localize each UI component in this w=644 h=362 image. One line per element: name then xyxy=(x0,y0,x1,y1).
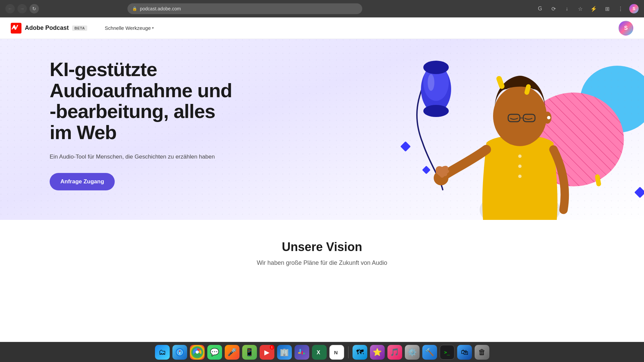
logo-area: Adobe Podcast BETA xyxy=(11,23,87,34)
dock-item-music[interactable]: 🎵 xyxy=(387,345,402,360)
quick-tools-menu[interactable]: Schnelle Werkzeuge ▾ xyxy=(101,22,158,34)
browser-nav-buttons: ← → ↻ xyxy=(5,4,39,13)
brand-name: Adobe Podcast xyxy=(25,24,69,32)
dock-item-trash[interactable]: 🗑 xyxy=(475,345,489,360)
top-nav: Adobe Podcast BETA Schnelle Werkzeuge ▾ … xyxy=(0,17,644,39)
hero-content: KI-gestützte Audioaufnahme und -bearbeit… xyxy=(50,59,237,190)
browser-right-icons: G ⟳ ↓ ☆ ⚡ ⊞ ⋮ S xyxy=(535,4,639,13)
dock-item-slack[interactable] xyxy=(294,345,309,360)
more-icon[interactable]: ⋮ xyxy=(616,4,625,13)
dock-item-maps[interactable]: 🗺 xyxy=(353,345,367,360)
dock-item-finder[interactable]: 🗂 xyxy=(155,345,170,360)
svg-point-7 xyxy=(428,74,434,91)
svg-text:X: X xyxy=(317,350,320,355)
cta-button[interactable]: Anfrage Zugang xyxy=(50,173,115,190)
svg-point-10 xyxy=(518,165,522,168)
reload-button[interactable]: ↻ xyxy=(30,4,39,13)
dock-item-safari[interactable] xyxy=(172,345,187,360)
dock-item-excel[interactable]: X xyxy=(312,345,327,360)
dock-item-star[interactable]: ⭐ xyxy=(370,345,385,360)
dock-item-chrome[interactable] xyxy=(190,345,205,360)
website: Adobe Podcast BETA Schnelle Werkzeuge ▾ … xyxy=(0,17,644,342)
chevron-down-icon: ▾ xyxy=(152,26,154,30)
beta-badge: BETA xyxy=(72,25,87,31)
svg-point-11 xyxy=(518,175,522,178)
dock-item-xcode[interactable]: 🔨 xyxy=(422,345,437,360)
download-icon[interactable]: ↓ xyxy=(562,4,572,13)
tab-icon[interactable]: ⊞ xyxy=(602,4,612,13)
bookmark-icon[interactable]: ☆ xyxy=(576,4,585,13)
translate-icon[interactable]: ⟳ xyxy=(549,4,558,13)
lock-icon: 🔒 xyxy=(132,6,137,11)
dock-item-app2[interactable]: 📱 xyxy=(242,345,257,360)
google-icon[interactable]: G xyxy=(535,4,545,13)
dock-badge: 1 xyxy=(270,345,274,350)
browser-chrome: ← → ↻ 🔒 podcast.adobe.com G ⟳ ↓ ☆ ⚡ ⊞ ⋮ … xyxy=(0,0,644,17)
svg-point-5 xyxy=(423,61,449,74)
dock-item-app1[interactable]: 🎤 xyxy=(225,345,239,360)
svg-rect-26 xyxy=(300,349,301,353)
hero-section: KI-gestützte Audioaufnahme und -bearbeit… xyxy=(0,39,644,220)
svg-rect-29 xyxy=(302,351,303,355)
nav-menu: Schnelle Werkzeuge ▾ xyxy=(101,22,158,34)
svg-text:N: N xyxy=(334,350,338,355)
hero-subtitle: Ein Audio-Tool für Menschen, die Geschic… xyxy=(50,153,237,161)
macos-dock: 🗂 💬 🎤 📱 ▶ 1 🏢 X N 🗺 ⭐ 🎵 ⚙️ 🔨 >_ 🛍 🗑 xyxy=(0,342,644,362)
vision-title: Unsere Vision xyxy=(11,240,633,254)
dock-item-settings[interactable]: ⚙️ xyxy=(405,345,420,360)
address-bar[interactable]: 🔒 podcast.adobe.com xyxy=(127,3,362,14)
forward-button[interactable]: → xyxy=(17,4,27,13)
dock-item-store[interactable]: 🛍 xyxy=(457,345,472,360)
adobe-logo-icon xyxy=(11,23,21,34)
svg-rect-28 xyxy=(298,352,301,354)
vision-section: Unsere Vision Wir haben große Pläne für … xyxy=(0,220,644,280)
extensions-icon[interactable]: ⚡ xyxy=(589,4,598,13)
dock-separator xyxy=(348,346,348,358)
vision-subtitle: Wir haben große Pläne für die Zukunft vo… xyxy=(11,259,633,266)
dock-item-notion[interactable]: N xyxy=(329,345,344,360)
dock-item-app3[interactable]: ▶ 1 xyxy=(260,345,274,360)
url-text: podcast.adobe.com xyxy=(140,6,358,11)
hero-title: KI-gestützte Audioaufnahme und -bearbeit… xyxy=(50,59,237,143)
profile-avatar[interactable]: S xyxy=(619,21,633,36)
hero-illustration xyxy=(356,49,617,220)
quick-tools-label: Schnelle Werkzeuge xyxy=(105,25,151,31)
svg-point-6 xyxy=(423,105,449,117)
back-button[interactable]: ← xyxy=(5,4,15,13)
svg-point-17 xyxy=(547,116,550,119)
dock-item-app4[interactable]: 🏢 xyxy=(277,345,292,360)
profile-icon-browser[interactable]: S xyxy=(629,4,639,13)
dock-item-terminal[interactable]: >_ xyxy=(440,345,454,360)
svg-point-25 xyxy=(196,351,199,354)
dock-item-messages[interactable]: 💬 xyxy=(207,345,222,360)
nav-right: S xyxy=(619,21,633,36)
svg-point-9 xyxy=(518,155,522,158)
